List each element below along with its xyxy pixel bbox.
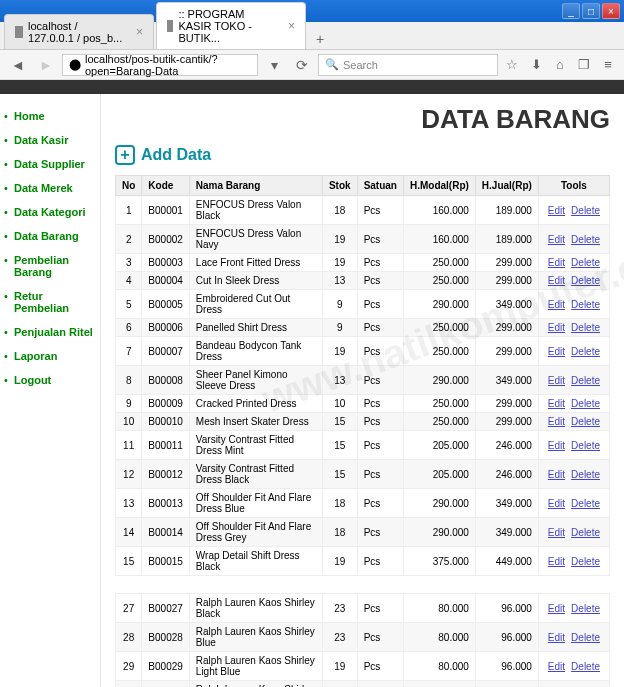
col-nama: Nama Barang [189, 176, 322, 196]
edit-link[interactable]: Edit [548, 661, 565, 672]
table-row: 1B00001ENFOCUS Dress Valon Black18Pcs160… [116, 196, 610, 225]
table-row: 7B00007Bandeau Bodycon Tank Dress19Pcs25… [116, 337, 610, 366]
edit-link[interactable]: Edit [548, 440, 565, 451]
nav-item[interactable]: Retur Pembelian [14, 290, 69, 314]
table-row: 30B00030Ralph Lauren Kaos Shirley Yellow… [116, 681, 610, 688]
edit-link[interactable]: Edit [548, 234, 565, 245]
edit-link[interactable]: Edit [548, 299, 565, 310]
data-table: No Kode Nama Barang Stok Satuan H.Modal(… [115, 175, 610, 687]
edit-link[interactable]: Edit [548, 322, 565, 333]
table-row: 13B00013Off Shoulder Fit And Flare Dress… [116, 489, 610, 518]
table-row: 9B00009Cracked Printed Dress10Pcs250.000… [116, 395, 610, 413]
search-input[interactable]: 🔍 Search [318, 54, 498, 76]
nav-item[interactable]: Logout [14, 374, 51, 386]
nav-item[interactable]: Penjualan Ritel [14, 326, 93, 338]
col-kode: Kode [142, 176, 189, 196]
delete-link[interactable]: Delete [571, 234, 600, 245]
edit-link[interactable]: Edit [548, 603, 565, 614]
tab-close-icon[interactable]: × [136, 25, 143, 39]
nav-item[interactable]: Pembelian Barang [14, 254, 69, 278]
delete-link[interactable]: Delete [571, 275, 600, 286]
browser-tab[interactable]: :: PROGRAM KASIR TOKO - BUTIK... × [156, 2, 306, 49]
col-stok: Stok [322, 176, 357, 196]
dropdown-icon[interactable]: ▾ [262, 53, 286, 77]
edit-link[interactable]: Edit [548, 346, 565, 357]
table-row: 4B00004Cut In Sleek Dress13Pcs250.000299… [116, 272, 610, 290]
edit-link[interactable]: Edit [548, 375, 565, 386]
delete-link[interactable]: Delete [571, 322, 600, 333]
new-tab-button[interactable]: + [308, 29, 332, 49]
edit-link[interactable]: Edit [548, 416, 565, 427]
globe-icon: ⬤ [69, 58, 81, 71]
tab-favicon [15, 26, 23, 38]
menu-icon[interactable]: ≡ [598, 57, 618, 72]
table-row: 28B00028Ralph Lauren Kaos Shirley Blue23… [116, 623, 610, 652]
bookmark-icon[interactable]: ❐ [574, 57, 594, 72]
col-modal: H.Modal(Rp) [403, 176, 475, 196]
search-icon: 🔍 [325, 58, 339, 71]
delete-link[interactable]: Delete [571, 375, 600, 386]
browser-tabbar: localhost / 127.0.0.1 / pos_b... × :: PR… [0, 22, 624, 50]
edit-link[interactable]: Edit [548, 469, 565, 480]
content-topbar [0, 80, 624, 94]
edit-link[interactable]: Edit [548, 498, 565, 509]
back-button[interactable]: ◄ [6, 53, 30, 77]
window-close-button[interactable]: × [602, 3, 620, 19]
nav-item[interactable]: Laporan [14, 350, 57, 362]
edit-link[interactable]: Edit [548, 275, 565, 286]
edit-link[interactable]: Edit [548, 632, 565, 643]
table-row: 15B00015Wrap Detail Shift Dress Black19P… [116, 547, 610, 576]
table-row: 10B00010Mesh Insert Skater Dress15Pcs250… [116, 413, 610, 431]
delete-link[interactable]: Delete [571, 498, 600, 509]
window-minimize-button[interactable]: _ [562, 3, 580, 19]
tab-favicon [167, 20, 173, 32]
delete-link[interactable]: Delete [571, 469, 600, 480]
browser-tab[interactable]: localhost / 127.0.0.1 / pos_b... × [4, 14, 154, 49]
nav-item[interactable]: Data Kategori [14, 206, 86, 218]
reload-button[interactable]: ⟳ [290, 53, 314, 77]
home-icon[interactable]: ⌂ [550, 57, 570, 72]
nav-item[interactable]: Home [14, 110, 45, 122]
window-maximize-button[interactable]: □ [582, 3, 600, 19]
nav-item[interactable]: Data Barang [14, 230, 79, 242]
nav-item[interactable]: Data Supplier [14, 158, 85, 170]
delete-link[interactable]: Delete [571, 205, 600, 216]
nav-item[interactable]: Data Kasir [14, 134, 68, 146]
edit-link[interactable]: Edit [548, 205, 565, 216]
edit-link[interactable]: Edit [548, 556, 565, 567]
delete-link[interactable]: Delete [571, 527, 600, 538]
table-row: 11B00011Varsity Contrast Fitted Dress Mi… [116, 431, 610, 460]
table-row: 6B00006Panelled Shirt Dress9Pcs250.00029… [116, 319, 610, 337]
delete-link[interactable]: Delete [571, 416, 600, 427]
download-icon[interactable]: ⬇ [526, 57, 546, 72]
col-satuan: Satuan [357, 176, 403, 196]
table-row: 29B00029Ralph Lauren Kaos Shirley Light … [116, 652, 610, 681]
edit-link[interactable]: Edit [548, 257, 565, 268]
url-text: localhost/pos-butik-cantik/?open=Barang-… [85, 53, 251, 77]
add-data-button[interactable]: + Add Data [115, 145, 610, 165]
edit-link[interactable]: Edit [548, 527, 565, 538]
tab-close-icon[interactable]: × [288, 19, 295, 33]
table-row: 8B00008Sheer Panel Kimono Sleeve Dress13… [116, 366, 610, 395]
table-row: 27B00027Ralph Lauren Kaos Shirley Black2… [116, 594, 610, 623]
url-input[interactable]: ⬤ localhost/pos-butik-cantik/?open=Baran… [62, 54, 258, 76]
delete-link[interactable]: Delete [571, 661, 600, 672]
add-data-label: Add Data [141, 146, 211, 164]
sidebar: HomeData KasirData SupplierData MerekDat… [0, 94, 100, 687]
delete-link[interactable]: Delete [571, 257, 600, 268]
delete-link[interactable]: Delete [571, 346, 600, 357]
delete-link[interactable]: Delete [571, 398, 600, 409]
star-icon[interactable]: ☆ [502, 57, 522, 72]
delete-link[interactable]: Delete [571, 440, 600, 451]
delete-link[interactable]: Delete [571, 299, 600, 310]
col-tools: Tools [538, 176, 609, 196]
delete-link[interactable]: Delete [571, 632, 600, 643]
edit-link[interactable]: Edit [548, 398, 565, 409]
table-row: 12B00012Varsity Contrast Fitted Dress Bl… [116, 460, 610, 489]
delete-link[interactable]: Delete [571, 556, 600, 567]
table-row: 2B00002ENFOCUS Dress Valon Navy19Pcs160.… [116, 225, 610, 254]
forward-button[interactable]: ► [34, 53, 58, 77]
delete-link[interactable]: Delete [571, 603, 600, 614]
nav-item[interactable]: Data Merek [14, 182, 73, 194]
tab-label: localhost / 127.0.0.1 / pos_b... [28, 20, 126, 44]
